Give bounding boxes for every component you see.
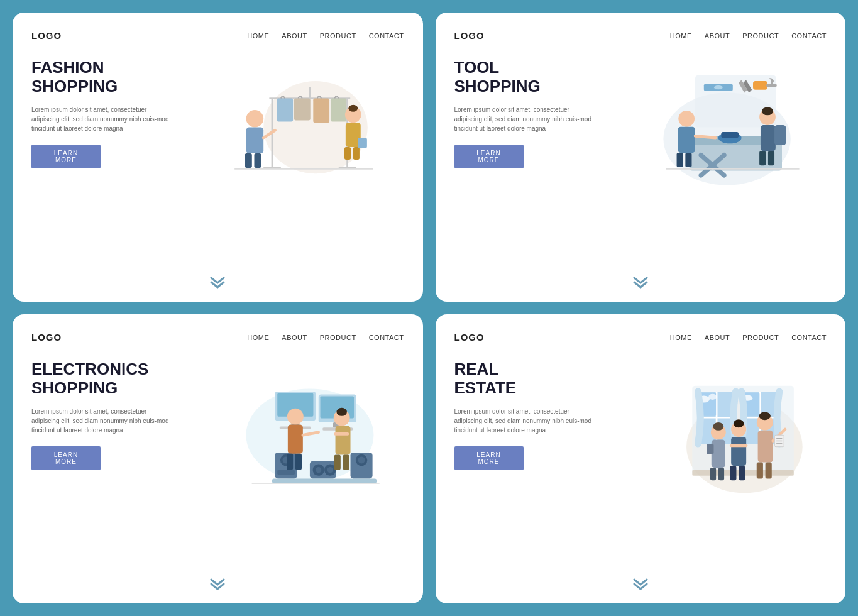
nav-home-2[interactable]: HOME xyxy=(670,32,692,40)
svg-rect-26 xyxy=(713,85,723,89)
nav-tool: LOGO HOME ABOUT PRODUCT CONTACT xyxy=(454,30,827,41)
svg-point-62 xyxy=(327,467,333,473)
text-section-electronics: ELECTRONICSSHOPPING Lorem ipsum dolor si… xyxy=(31,354,170,470)
nav-contact-3[interactable]: CONTACT xyxy=(369,334,404,341)
illustration-fashion xyxy=(170,52,404,197)
nav-home-4[interactable]: HOME xyxy=(670,334,692,341)
content-tool: TOOLSHOPPING Lorem ipsum dolor sit amet,… xyxy=(454,52,827,258)
svg-rect-69 xyxy=(287,454,293,470)
chevron-fashion xyxy=(13,270,423,302)
svg-point-86 xyxy=(708,394,717,400)
svg-rect-19 xyxy=(344,147,351,160)
svg-rect-66 xyxy=(272,478,377,483)
nav-about-3[interactable]: ABOUT xyxy=(282,334,307,341)
nav-product-2[interactable]: PRODUCT xyxy=(742,32,779,40)
svg-rect-27 xyxy=(753,81,767,90)
svg-rect-103 xyxy=(739,466,745,480)
svg-point-33 xyxy=(678,111,695,127)
svg-rect-68 xyxy=(288,425,303,454)
svg-point-106 xyxy=(759,412,770,420)
electronics-shopping-card: LOGO HOME ABOUT PRODUCT CONTACT ELECTRON… xyxy=(13,314,423,603)
nav-electronics: LOGO HOME ABOUT PRODUCT CONTACT xyxy=(31,332,404,343)
fashion-svg xyxy=(192,52,381,197)
nav-product-1[interactable]: PRODUCT xyxy=(320,32,356,40)
svg-rect-101 xyxy=(731,437,746,466)
svg-rect-5 xyxy=(314,99,330,123)
nav-home-1[interactable]: HOME xyxy=(247,32,269,40)
svg-point-39 xyxy=(762,107,773,115)
svg-rect-36 xyxy=(685,153,691,167)
svg-rect-70 xyxy=(295,454,302,470)
real-estate-card: LOGO HOME ABOUT PRODUCT CONTACT REALESTA… xyxy=(436,314,846,603)
svg-point-100 xyxy=(734,419,744,427)
svg-rect-13 xyxy=(245,153,252,168)
learn-more-tool[interactable]: LEARN MORE xyxy=(454,145,524,168)
nav-about-1[interactable]: ABOUT xyxy=(282,32,307,40)
tool-svg xyxy=(612,52,807,197)
svg-rect-74 xyxy=(336,426,351,454)
svg-rect-75 xyxy=(334,455,341,470)
svg-point-60 xyxy=(316,467,321,473)
svg-point-11 xyxy=(246,110,264,128)
text-section-realestate: REALESTATE Lorem ipsum dolor sit amet, c… xyxy=(454,354,593,470)
svg-rect-6 xyxy=(331,99,347,122)
svg-rect-96 xyxy=(707,444,713,454)
svg-rect-102 xyxy=(730,466,736,480)
svg-rect-97 xyxy=(710,468,716,480)
svg-point-94 xyxy=(713,422,723,431)
svg-rect-32 xyxy=(721,132,739,138)
svg-rect-35 xyxy=(676,153,683,167)
desc-realestate: Lorem ipsum dolor sit amet, consectetuer… xyxy=(454,407,593,435)
nav-contact-1[interactable]: CONTACT xyxy=(369,32,404,40)
chevron-realestate xyxy=(436,572,846,603)
svg-point-67 xyxy=(287,409,304,425)
svg-rect-12 xyxy=(246,128,264,153)
desc-fashion: Lorem ipsum dolor sit amet, consectetuer… xyxy=(31,105,170,133)
svg-rect-42 xyxy=(768,151,774,165)
nav-contact-2[interactable]: CONTACT xyxy=(791,32,827,40)
text-section-tool: TOOLSHOPPING Lorem ipsum dolor sit amet,… xyxy=(454,52,593,168)
desc-electronics: Lorem ipsum dolor sit amet, consectetuer… xyxy=(31,407,170,435)
electronics-svg xyxy=(186,354,387,505)
nav-contact-4[interactable]: CONTACT xyxy=(791,334,827,341)
svg-rect-76 xyxy=(343,455,349,470)
logo-fashion: LOGO xyxy=(31,30,62,41)
chevron-electronics xyxy=(13,572,423,603)
nav-home-3[interactable]: HOME xyxy=(247,334,269,341)
svg-rect-57 xyxy=(277,470,295,475)
svg-rect-43 xyxy=(774,125,786,145)
nav-product-3[interactable]: PRODUCT xyxy=(320,334,356,341)
svg-rect-20 xyxy=(353,147,360,160)
svg-rect-109 xyxy=(765,463,771,479)
svg-rect-4 xyxy=(294,99,311,121)
desc-tool: Lorem ipsum dolor sit amet, consectetuer… xyxy=(454,105,593,133)
nav-about-2[interactable]: ABOUT xyxy=(705,32,730,40)
fashion-shopping-card: LOGO HOME ABOUT PRODUCT CONTACT FASHIONS… xyxy=(13,13,423,302)
nav-about-4[interactable]: ABOUT xyxy=(705,334,730,341)
svg-rect-14 xyxy=(255,153,261,168)
svg-point-17 xyxy=(349,105,358,112)
svg-rect-108 xyxy=(757,463,763,479)
illustration-realestate xyxy=(593,354,827,505)
svg-rect-95 xyxy=(712,440,725,468)
svg-rect-21 xyxy=(358,138,367,148)
nav-links-realestate: HOME ABOUT PRODUCT CONTACT xyxy=(670,334,827,341)
content-realestate: REALESTATE Lorem ipsum dolor sit amet, c… xyxy=(454,354,827,559)
learn-more-electronics[interactable]: LEARN MORE xyxy=(31,446,101,470)
svg-rect-98 xyxy=(718,468,724,480)
logo-electronics: LOGO xyxy=(31,332,62,343)
nav-realestate: LOGO HOME ABOUT PRODUCT CONTACT xyxy=(454,332,827,343)
content-electronics: ELECTRONICSSHOPPING Lorem ipsum dolor si… xyxy=(31,354,404,559)
svg-rect-34 xyxy=(678,127,695,153)
nav-fashion: LOGO HOME ABOUT PRODUCT CONTACT xyxy=(31,30,404,41)
nav-product-4[interactable]: PRODUCT xyxy=(742,334,779,341)
logo-realestate: LOGO xyxy=(454,332,485,343)
learn-more-fashion[interactable]: LEARN MORE xyxy=(31,145,101,168)
realestate-svg xyxy=(609,354,810,505)
nav-links-electronics: HOME ABOUT PRODUCT CONTACT xyxy=(247,334,404,341)
content-fashion: FASHIONSHOPPING Lorem ipsum dolor sit am… xyxy=(31,52,404,258)
learn-more-realestate[interactable]: LEARN MORE xyxy=(454,446,524,470)
title-tool: TOOLSHOPPING xyxy=(454,58,593,96)
tool-shopping-card: LOGO HOME ABOUT PRODUCT CONTACT TOOLSHOP… xyxy=(436,13,846,302)
svg-point-65 xyxy=(358,456,365,463)
